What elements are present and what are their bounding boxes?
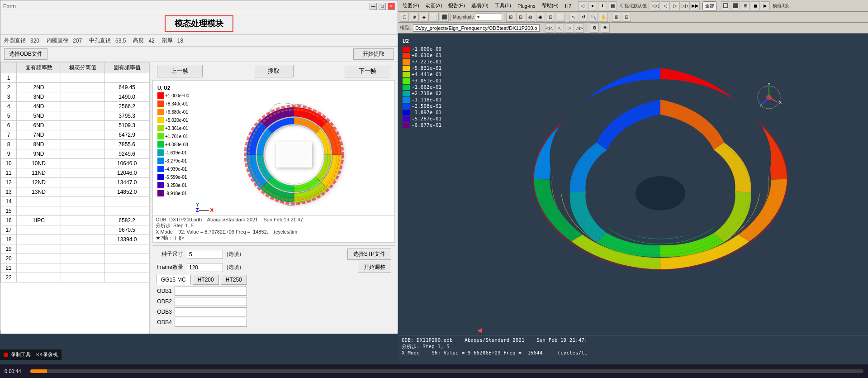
- tool2-3[interactable]: ◈: [420, 13, 429, 22]
- menu-animate[interactable]: 动画(A): [423, 1, 445, 10]
- ab-nav-prev[interactable]: ◁: [555, 24, 564, 33]
- frame-count-input[interactable]: [187, 263, 223, 272]
- magnitude-label: Magnitude: [453, 14, 474, 19]
- table-row: 1010ND10646.0: [1, 159, 149, 168]
- tool2-2[interactable]: ⊕: [410, 13, 419, 22]
- ab-nav-play[interactable]: ▷: [565, 24, 574, 33]
- abaqus-viewport: U2 +1.000e+00 +8.610e-01 +7.221e-01 +5.8…: [398, 33, 868, 369]
- tool2-fit[interactable]: ⊞: [612, 13, 621, 22]
- select-all-button[interactable]: 全部: [702, 1, 717, 10]
- next-frame-button[interactable]: 下一帧: [345, 65, 390, 77]
- menu-draw[interactable]: 绘图(P): [400, 1, 422, 10]
- tool-icon-1[interactable]: ◁: [578, 1, 587, 10]
- menu-h[interactable]: H?: [562, 2, 574, 10]
- sep2: [451, 14, 451, 21]
- menu-options[interactable]: 选项(O): [469, 1, 491, 10]
- minimize-button[interactable]: —: [370, 3, 377, 10]
- odb3-input[interactable]: [175, 307, 247, 316]
- table-row: 15: [1, 206, 149, 216]
- tool2-10[interactable]: ⊡: [546, 13, 555, 22]
- nav-prev[interactable]: ◁: [661, 1, 670, 10]
- dim-hole-value: 63.5: [115, 38, 126, 44]
- odb4-input[interactable]: [175, 318, 247, 327]
- tool2-9[interactable]: ◉: [536, 13, 545, 22]
- table-row: 55ND3795.3: [1, 111, 149, 121]
- prev-frame-button[interactable]: 上一帧: [157, 65, 203, 77]
- odb-tab-gg15mc[interactable]: GG15-MC: [156, 275, 191, 285]
- odb-tab-ht200[interactable]: HT200: [193, 275, 219, 285]
- form-controls: — □ ✕: [370, 3, 395, 10]
- freq-table: 固有频率数 模态分离值 固有频率值 1 22ND649.45 33ND1490.…: [0, 62, 149, 282]
- select-odb-button[interactable]: 选择ODB文件: [4, 48, 47, 60]
- seed-size-label: 种子尺寸: [156, 250, 183, 258]
- tool-icon-7[interactable]: ⊞: [741, 1, 750, 10]
- vis-status: ODB: DXTIP200.odb Abaqus/Standard 2021 S…: [153, 215, 394, 242]
- table-row: 1212ND13447.0: [1, 178, 149, 187]
- menu-help[interactable]: 帮助(H): [539, 1, 561, 10]
- right-vis: 上一帧 搜取 下一帧 U, U2 +1.000e+00 +8.340e-01 +…: [150, 62, 398, 334]
- tool2-7[interactable]: ⊟: [516, 13, 525, 22]
- col-num-header: [1, 62, 17, 73]
- menu-tools[interactable]: 工具(T): [492, 1, 514, 10]
- odb-tab-ht250[interactable]: HT250: [221, 275, 247, 285]
- seed-size-input[interactable]: [187, 250, 223, 259]
- fetch-button[interactable]: 搜取: [254, 65, 294, 77]
- tool2-zoom[interactable]: 🔍: [589, 13, 598, 22]
- close-button[interactable]: ✕: [388, 3, 395, 10]
- bottom-controls: 种子尺寸 (选填) 选择STP文件 Frame数量 (选填) 开始调整 GG15…: [152, 245, 395, 331]
- table-row: 88ND7855.6: [1, 140, 149, 149]
- vis-status-line2: 分析步: Step-1, 5: [156, 222, 392, 229]
- odb2-input[interactable]: [175, 297, 247, 306]
- ab-nav-start[interactable]: ◁◁: [545, 24, 554, 33]
- tool2-5[interactable]: ⬛: [440, 13, 449, 22]
- taskbar-progress-bar[interactable]: [30, 369, 863, 373]
- maximize-button[interactable]: □: [379, 3, 386, 10]
- ab-tool-settings[interactable]: ⚙: [590, 24, 599, 33]
- menu-report[interactable]: 报告(E): [446, 1, 468, 10]
- odb1-input[interactable]: [175, 287, 247, 296]
- model-path-input[interactable]: [413, 24, 540, 32]
- tool2-view[interactable]: ⊟: [622, 13, 631, 22]
- tool-icon-4[interactable]: ▦: [608, 1, 617, 10]
- tool-icon-6[interactable]: ⬛: [731, 1, 740, 10]
- table-row: 14: [1, 197, 149, 206]
- ab-legend-title: U2: [403, 38, 441, 44]
- tool-icon-right-arrow[interactable]: ▶: [761, 1, 770, 10]
- tool2-8[interactable]: ◍: [526, 13, 535, 22]
- tool-icon-3[interactable]: ℹ: [598, 1, 607, 10]
- nav-start[interactable]: ◁◁: [651, 1, 660, 10]
- magnitude-dropdown[interactable]: ▾: [475, 14, 502, 20]
- svg-text:Z: Z: [760, 103, 763, 107]
- tool-icon-2[interactable]: ●: [588, 1, 597, 10]
- tool2-1[interactable]: ⬡: [400, 13, 409, 22]
- start-adjust-button[interactable]: 开始调整: [358, 262, 391, 273]
- tool2-pan[interactable]: ✋: [599, 13, 608, 22]
- nav-play[interactable]: ▷: [671, 1, 680, 10]
- colorbar-title: U, U2: [157, 85, 198, 91]
- table-row: 66ND5109.3: [1, 121, 149, 130]
- ab-tool-view2[interactable]: 👁: [601, 24, 610, 33]
- sep6: [587, 24, 587, 32]
- vis-container: U, U2 +1.000e+00 +8.340e-01 +6.680e-01 +…: [152, 80, 395, 243]
- ab-nav-next[interactable]: ▷▷: [575, 24, 584, 33]
- table-row: 44ND2566.2: [1, 102, 149, 111]
- recording-overlay: 录制工具 KK录像机: [0, 349, 62, 360]
- left-table-area[interactable]: 固有频率数 模态分离值 固有频率值 1 22ND649.45 33ND1490.…: [0, 62, 150, 334]
- recording-dot: [4, 353, 8, 357]
- tool2-rotate[interactable]: ↺: [579, 13, 588, 22]
- ab-legend: U2 +1.000e+00 +8.610e-01 +7.221e-01 +5.8…: [403, 38, 441, 129]
- nav-end[interactable]: ▶▶: [691, 1, 700, 10]
- tool2-6[interactable]: ⊞: [506, 13, 515, 22]
- tool-icon-5[interactable]: 🔲: [721, 1, 730, 10]
- tool-icon-8[interactable]: ◼: [751, 1, 760, 10]
- tool2-4[interactable]: ⬜: [430, 13, 439, 22]
- select-stp-button[interactable]: 选择STP文件: [347, 249, 391, 260]
- tool2-11[interactable]: ⬜: [556, 13, 565, 22]
- start-fetch-button[interactable]: 开始提取: [353, 48, 394, 60]
- tool2-cursor[interactable]: ↖: [569, 13, 578, 22]
- nav-next[interactable]: ▷▷: [681, 1, 690, 10]
- sep4: [567, 14, 567, 21]
- abaqus-toolbar2: ⬡ ⊕ ◈ ⬜ ⬛ Magnitude ▾ ⊞ ⊟ ◍ ◉ ⊡ ⬜ ↖ ↺ 🔍 …: [398, 12, 868, 23]
- abaqus-panel: 绘图(P) 动画(A) 报告(E) 选项(O) 工具(T) Plug-ins 帮…: [398, 0, 868, 378]
- menu-plugins[interactable]: Plug-ins: [515, 2, 538, 10]
